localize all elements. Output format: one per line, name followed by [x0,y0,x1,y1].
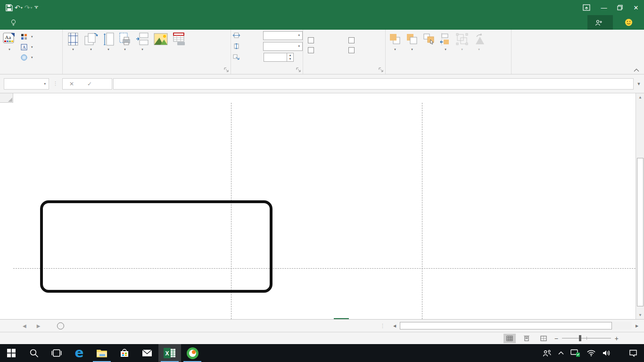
vertical-scroll-thumb[interactable] [637,158,644,306]
scale-to-fit-dialog-launcher[interactable] [296,67,301,73]
scrollbar-splitter[interactable]: ⋮ [380,323,386,329]
coccoc-browser-button[interactable] [181,344,204,362]
gridlines-view-checkbox[interactable] [308,35,344,45]
themes-button[interactable]: Aa ▾ [0,30,19,66]
height-icon [233,43,240,49]
confirm-entry-icon[interactable]: ✓ [87,81,92,87]
legend-box[interactable] [40,200,272,293]
breaks-button[interactable]: ▾ [133,30,151,66]
scroll-up-icon[interactable]: ▲ [636,93,644,101]
sheet-nav-left-icon[interactable]: ◀ [23,323,26,329]
horizontal-scrollbar[interactable]: ⋮ ◀ ▶ [376,320,644,332]
save-icon[interactable] [6,4,13,11]
align-button[interactable]: ▾ [438,30,454,66]
people-tray-icon[interactable] [539,344,555,362]
fonts-button[interactable]: A ▾ [19,42,35,52]
vertical-scrollbar[interactable]: ▲ ▼ [636,93,644,319]
taskbar: e X [0,344,644,362]
undo-button[interactable]: ↶▾ [15,4,23,11]
expand-formula-bar-icon[interactable]: ▼ [634,82,644,86]
excel-window: ↶▾ ↷▾ ▾ — ✕ [0,0,644,362]
mail-button[interactable] [136,344,158,362]
formula-input[interactable] [113,78,634,90]
legend-code [170,243,192,255]
print-titles-button[interactable] [170,30,188,66]
new-sheet-button[interactable] [49,320,73,332]
background-button[interactable] [151,30,170,66]
sheet-options-dialog-launcher[interactable] [379,67,384,73]
rotate-button[interactable]: ▾ [471,30,487,66]
tell-me-box[interactable] [10,15,20,30]
send-backward-button[interactable]: ▾ [404,30,421,66]
security-monitor-tray-icon[interactable] [567,344,584,362]
zoom-slider[interactable] [562,338,611,338]
clock[interactable] [620,344,626,362]
send-backward-icon [406,32,418,47]
zoom-in-icon[interactable]: + [615,335,619,342]
restore-button[interactable] [612,0,628,15]
redo-button[interactable]: ↷▾ [25,4,33,11]
margins-button[interactable]: ▾ [65,30,82,66]
orientation-icon [84,32,98,47]
horizontal-scroll-thumb[interactable] [400,322,612,329]
edge-button[interactable]: e [68,344,91,362]
cancel-entry-icon[interactable]: ✕ [69,81,74,87]
gridlines-print-checkbox[interactable] [308,45,344,55]
scroll-right-icon[interactable]: ▶ [634,322,640,329]
page-setup-dialog-launcher[interactable] [224,67,229,73]
search-button[interactable] [23,344,45,362]
ribbon-tabs [0,15,3,30]
effects-button[interactable]: ▾ [19,52,35,63]
ribbon-display-options-icon[interactable] [583,4,590,11]
feedback-smiley-icon[interactable] [625,18,633,26]
colors-button[interactable]: ▾ [19,32,35,42]
legend-code [170,268,192,281]
minimize-button[interactable]: — [596,0,612,15]
size-button[interactable]: ▾ [100,30,116,66]
print-area-button[interactable]: ▾ [116,30,133,66]
scroll-down-icon[interactable]: ▼ [636,311,644,319]
group-button[interactable]: ▾ [454,30,471,66]
action-center-icon[interactable] [626,344,644,362]
name-box-caret-icon[interactable]: ▾ [44,82,46,86]
name-box[interactable]: ▾ [4,78,49,90]
customize-quick-access-icon[interactable]: ▾ [34,6,38,9]
headings-print-checkbox[interactable] [348,45,384,55]
language-indicator[interactable] [614,344,620,362]
wifi-tray-icon[interactable] [584,344,599,362]
share-button[interactable] [587,15,613,30]
lightbulb-icon [10,19,17,26]
volume-tray-icon[interactable] [599,344,614,362]
scale-up-arrow[interactable]: ▲ [287,53,293,58]
file-explorer-button[interactable] [91,344,113,362]
orientation-button[interactable]: ▾ [82,30,100,66]
close-button[interactable]: ✕ [628,0,644,15]
zoom-slider-thumb[interactable] [579,335,581,341]
width-dropdown[interactable]: ▾ [263,31,303,40]
collapse-ribbon-icon[interactable] [634,68,639,72]
bring-forward-button[interactable]: ▾ [387,30,404,66]
scroll-left-icon[interactable]: ◀ [391,322,398,329]
store-button[interactable] [113,344,136,362]
page-layout-view-button[interactable] [520,334,533,343]
zoom-out-icon[interactable]: − [554,335,558,342]
align-icon [440,32,451,47]
page-break-preview-button[interactable] [537,334,550,343]
start-button[interactable] [0,344,23,362]
sheet-nav-right-icon[interactable]: ▶ [37,323,41,329]
scale-down-arrow[interactable]: ▼ [287,57,293,61]
select-all-corner[interactable] [0,93,13,103]
sheet-tab-bar: ◀ ▶ ⋮ ◀ ▶ [0,319,644,332]
normal-view-button[interactable] [504,334,516,343]
headings-view-checkbox[interactable] [348,35,384,45]
show-hidden-icons-button[interactable] [555,344,567,362]
height-dropdown[interactable]: ▾ [263,42,303,51]
selection-pane-button[interactable] [421,30,438,66]
horizontal-scroll-track[interactable] [400,322,632,329]
scale-spinner[interactable]: ▲▼ [264,53,294,62]
ribbon-tab-row [0,15,644,30]
title-bar: ↶▾ ↷▾ ▾ — ✕ [0,0,644,15]
excel-taskbar-button[interactable]: X [158,344,181,362]
task-view-button[interactable] [45,344,68,362]
colors-icon [21,33,27,40]
